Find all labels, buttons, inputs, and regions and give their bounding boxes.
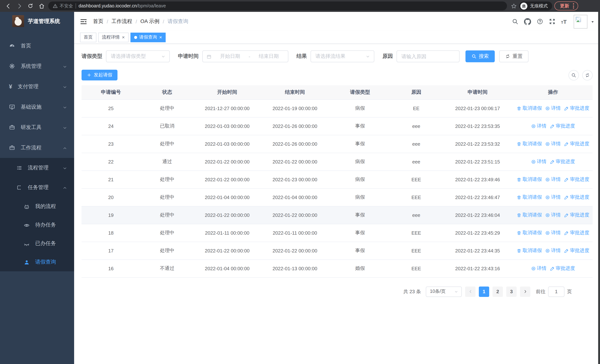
chevron-down-icon <box>454 289 459 294</box>
close-icon[interactable]: × <box>159 35 162 40</box>
browser-reload-button[interactable] <box>26 1 35 10</box>
sidebar-item-home[interactable]: 首页 <box>0 36 74 56</box>
table-row: 25 处理中 2021-12-27 00:00:00 2022-01-19 00… <box>82 99 593 117</box>
sidebar-item-leave-query[interactable]: 请假查询 <box>0 253 74 271</box>
browser-forward-button[interactable] <box>15 1 24 10</box>
sidebar-collapse-icon[interactable] <box>80 18 87 25</box>
sidebar-item-task-mgmt[interactable]: 任务管理 <box>0 177 74 197</box>
approval-progress-link[interactable]: 审批进度 <box>550 265 575 272</box>
app-logo[interactable]: 芋道管理系统 <box>0 12 74 30</box>
cancel-leave-link[interactable]: 取消请假 <box>517 212 542 218</box>
approval-progress-link[interactable]: 审批进度 <box>564 229 589 236</box>
github-icon[interactable] <box>524 18 531 25</box>
yen-icon: ¥ <box>9 83 12 90</box>
next-page-button[interactable] <box>520 286 530 297</box>
approval-progress-link[interactable]: 审批进度 <box>564 247 589 254</box>
browser-menu-icon[interactable] <box>573 3 574 9</box>
trash-icon <box>517 106 521 111</box>
prev-page-button[interactable] <box>465 286 476 297</box>
sidebar-item-process-mgmt[interactable]: 流程管理 <box>0 158 74 177</box>
cancel-leave-link[interactable]: 取消请假 <box>517 105 542 112</box>
detail-link[interactable]: 详情 <box>545 229 561 236</box>
sidebar-item-workflow[interactable]: 工作流程 <box>0 138 74 158</box>
trash-icon <box>517 213 521 217</box>
approval-progress-link[interactable]: 审批进度 <box>550 158 575 165</box>
sidebar-item-payment-mgmt[interactable]: ¥ 支付管理 <box>0 76 74 97</box>
page-button-1[interactable]: 1 <box>479 286 489 297</box>
page-size-select[interactable]: 10条/页 <box>426 286 462 297</box>
breadcrumb-oa-example[interactable]: OA 示例 <box>141 18 159 25</box>
tab-process-detail[interactable]: 流程详情 × <box>98 32 128 42</box>
search-icon <box>571 73 576 78</box>
search-icon[interactable] <box>512 18 518 25</box>
page-scrollbar[interactable] <box>598 12 600 364</box>
detail-link[interactable]: 详情 <box>545 140 561 147</box>
reason-input[interactable] <box>396 50 459 62</box>
table-row: 21 处理中 2022-01-22 00:00:00 2022-01-23 00… <box>82 170 593 188</box>
address-bar[interactable]: 不安全 dashboard.yudao.iocoder.cn/bpm/oa/le… <box>48 1 507 10</box>
cancel-leave-link[interactable]: 取消请假 <box>517 140 542 147</box>
goto-page-input[interactable] <box>548 286 564 297</box>
cancel-leave-link[interactable]: 取消请假 <box>517 247 542 254</box>
detail-link[interactable]: 详情 <box>531 123 546 129</box>
page-button-2[interactable]: 2 <box>493 286 503 297</box>
show-search-toggle-button[interactable] <box>569 70 579 80</box>
tab-home[interactable]: 首页 <box>80 32 96 42</box>
detail-icon <box>545 248 550 253</box>
goto-label: 前往 <box>536 288 545 295</box>
detail-link[interactable]: 详情 <box>545 212 561 218</box>
refresh-table-button[interactable] <box>582 70 593 80</box>
avatar[interactable] <box>574 15 587 28</box>
page-button-3[interactable]: 3 <box>506 286 517 297</box>
pen-icon <box>564 141 569 146</box>
browser-back-button[interactable] <box>4 1 13 10</box>
approval-progress-link[interactable]: 审批进度 <box>550 123 575 129</box>
browser-home-button[interactable] <box>37 1 46 10</box>
fullscreen-icon[interactable] <box>549 18 555 25</box>
result-select[interactable]: 请选择流结果 <box>310 50 374 62</box>
tab-leave-query[interactable]: 请假查询 × <box>130 32 166 42</box>
detail-link[interactable]: 详情 <box>545 194 561 201</box>
sidebar-item-infrastructure[interactable]: 基础设施 <box>0 97 74 117</box>
breadcrumb-workflow[interactable]: 工作流程 <box>112 18 132 25</box>
approval-progress-link[interactable]: 审批进度 <box>564 176 589 183</box>
detail-icon <box>545 195 550 200</box>
sidebar-item-done-task[interactable]: 已办任务 <box>0 234 74 253</box>
table-row: 22 通过 2022-01-22 00:00:00 2022-01-22 00:… <box>82 153 593 170</box>
sidebar-item-my-process[interactable]: 我的流程 <box>0 197 74 216</box>
reset-button[interactable]: 重置 <box>499 50 528 62</box>
detail-link[interactable]: 详情 <box>531 158 546 165</box>
table-row: 23 处理中 2022-01-03 00:00:00 2022-01-26 00… <box>82 135 593 153</box>
security-status[interactable]: 不安全 <box>53 3 73 9</box>
approval-progress-link[interactable]: 审批进度 <box>564 105 589 112</box>
chrome-update-button[interactable]: 更新 <box>554 1 578 10</box>
search-button[interactable]: 搜索 <box>466 50 495 62</box>
approval-progress-link[interactable]: 审批进度 <box>564 212 589 218</box>
help-icon[interactable] <box>536 18 543 25</box>
breadcrumb-home[interactable]: 首页 <box>93 18 103 25</box>
sidebar-item-todo-task[interactable]: 待办任务 <box>0 216 74 234</box>
create-leave-button[interactable]: 发起请假 <box>82 70 117 80</box>
leave-type-select[interactable]: 请选择请假类型 <box>106 50 170 62</box>
close-icon[interactable]: × <box>122 35 125 40</box>
sidebar-item-system-mgmt[interactable]: 系统管理 <box>0 56 74 76</box>
detail-link[interactable]: 详情 <box>545 247 561 254</box>
screen: 不安全 dashboard.yudao.iocoder.cn/bpm/oa/le… <box>0 0 600 364</box>
font-size-icon[interactable]: TT <box>561 18 567 25</box>
user-avatar-menu[interactable] <box>574 15 595 28</box>
sidebar-item-dev-tools[interactable]: 研发工具 <box>0 117 74 138</box>
approval-progress-link[interactable]: 审批进度 <box>564 140 589 147</box>
cancel-leave-link[interactable]: 取消请假 <box>517 176 542 183</box>
result-label: 结果 <box>297 53 307 60</box>
apply-time-range-picker[interactable]: 开始日期 - 结束日期 <box>202 50 288 62</box>
chevron-down-icon <box>62 104 67 110</box>
approval-progress-link[interactable]: 审批进度 <box>564 194 589 201</box>
cancel-leave-link[interactable]: 取消请假 <box>517 229 542 236</box>
cancel-leave-link[interactable]: 取消请假 <box>517 194 542 201</box>
detail-link[interactable]: 详情 <box>545 105 561 112</box>
bookmark-star-icon[interactable] <box>511 3 517 9</box>
list-icon <box>16 165 22 171</box>
detail-link[interactable]: 详情 <box>531 265 546 272</box>
pagination-total: 共 23 条 <box>403 288 421 295</box>
detail-link[interactable]: 详情 <box>545 176 561 183</box>
